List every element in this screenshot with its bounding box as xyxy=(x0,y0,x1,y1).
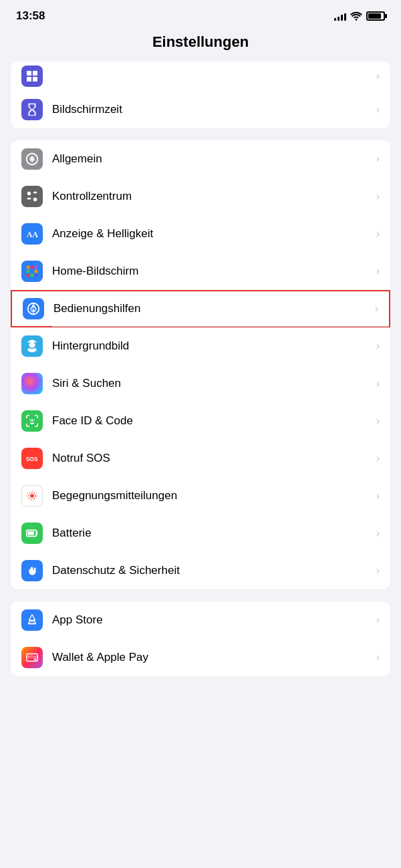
signal-icon xyxy=(334,11,346,21)
home-icon xyxy=(21,261,43,282)
notruf-icon: SOS xyxy=(21,448,43,469)
svg-rect-8 xyxy=(27,198,31,200)
chevron-icon: › xyxy=(376,228,380,240)
chevron-icon: › xyxy=(376,153,380,165)
datenschutz-label: Datenschutz & Sicherheit xyxy=(52,564,371,577)
wallet-icon xyxy=(21,647,43,668)
settings-row-home[interactable]: Home-Bildschirm › xyxy=(11,253,390,290)
svg-rect-7 xyxy=(33,192,37,194)
settings-row-partial[interactable]: › xyxy=(11,61,390,91)
chevron-icon: › xyxy=(376,340,380,352)
svg-rect-9 xyxy=(33,198,37,202)
faceid-icon xyxy=(21,410,43,432)
chevron-icon: › xyxy=(376,527,380,539)
svg-rect-14 xyxy=(27,270,30,273)
svg-rect-12 xyxy=(31,266,34,269)
chevron-icon: › xyxy=(376,614,380,626)
batterie-label: Batterie xyxy=(52,527,371,540)
group-appstore: App Store › Wallet & Apple Pay › xyxy=(11,601,390,676)
allgemein-label: Allgemein xyxy=(52,152,371,166)
siri-label: Siri & Suchen xyxy=(52,377,371,390)
datenschutz-icon xyxy=(21,560,43,581)
svg-rect-18 xyxy=(31,274,34,277)
settings-row-datenschutz[interactable]: Datenschutz & Sicherheit › xyxy=(11,552,390,589)
wallet-label: Wallet & Apple Pay xyxy=(52,651,371,664)
anzeige-icon: AA xyxy=(21,223,43,245)
allgemein-icon xyxy=(21,148,43,170)
svg-rect-11 xyxy=(27,266,30,269)
chevron-icon: › xyxy=(376,70,380,82)
svg-point-5 xyxy=(31,158,33,160)
anzeige-label: Anzeige & Helligkeit xyxy=(52,227,371,241)
status-bar: 13:58 xyxy=(0,0,401,28)
svg-rect-19 xyxy=(35,274,38,277)
home-label: Home-Bildschirm xyxy=(52,265,371,278)
bildschirmzeit-label: Bildschirmzeit xyxy=(52,103,371,116)
status-icons xyxy=(334,11,385,21)
kontrollzentrum-icon xyxy=(21,186,43,207)
svg-text:SOS: SOS xyxy=(26,456,38,462)
svg-rect-15 xyxy=(31,270,34,273)
battery-icon xyxy=(366,11,385,21)
faceid-label: Face ID & Code xyxy=(52,414,371,428)
svg-rect-29 xyxy=(28,531,34,535)
svg-rect-1 xyxy=(33,71,37,76)
settings-row-allgemein[interactable]: Allgemein › xyxy=(11,140,390,178)
settings-row-siri[interactable]: Siri & Suchen › xyxy=(11,365,390,402)
settings-row-anzeige[interactable]: AA Anzeige & Helligkeit › xyxy=(11,215,390,253)
partial-icon xyxy=(21,65,43,87)
batterie-icon xyxy=(21,523,43,544)
chevron-icon: › xyxy=(376,265,380,277)
svg-rect-2 xyxy=(27,77,31,82)
begegnung-icon xyxy=(21,485,43,507)
appstore-label: App Store xyxy=(52,613,371,627)
settings-row-batterie[interactable]: Batterie › xyxy=(11,515,390,552)
settings-row-notruf[interactable]: SOS Notruf SOS › xyxy=(11,440,390,477)
bildschirmzeit-icon xyxy=(21,99,43,120)
svg-rect-6 xyxy=(27,192,31,196)
settings-row-faceid[interactable]: Face ID & Code › xyxy=(11,402,390,440)
hintergrundbild-icon xyxy=(21,335,43,357)
svg-text:AA: AA xyxy=(27,230,39,239)
svg-rect-16 xyxy=(35,270,38,273)
siri-icon xyxy=(21,373,43,394)
chevron-icon: › xyxy=(376,104,380,116)
chevron-icon: › xyxy=(376,415,380,427)
appstore-icon xyxy=(21,609,43,631)
settings-row-appstore[interactable]: App Store › xyxy=(11,601,390,639)
settings-row-begegnung[interactable]: Begegnungsmitteilungen › xyxy=(11,477,390,515)
hintergrundbild-label: Hintergrundbild xyxy=(52,339,371,353)
group-partial: › Bildschirmzeit › xyxy=(11,61,390,128)
settings-row-bildschirmzeit[interactable]: Bildschirmzeit › xyxy=(11,91,390,128)
svg-point-25 xyxy=(30,494,34,498)
notruf-label: Notruf SOS xyxy=(52,452,371,465)
svg-rect-32 xyxy=(27,656,38,658)
chevron-icon: › xyxy=(376,190,380,202)
kontrollzentrum-label: Kontrollzentrum xyxy=(52,190,371,203)
chevron-icon: › xyxy=(375,303,378,315)
chevron-icon: › xyxy=(376,490,380,502)
bedienungshilfen-icon xyxy=(23,298,44,319)
settings-row-wallet[interactable]: Wallet & Apple Pay › xyxy=(11,639,390,676)
page-title: Einstellungen xyxy=(0,28,401,61)
begegnung-label: Begegnungsmitteilungen xyxy=(52,489,371,502)
group-main: Allgemein › Kontrollzentrum › AA Anzeige… xyxy=(11,140,390,589)
chevron-icon: › xyxy=(376,452,380,464)
settings-row-bedienungshilfen[interactable]: Bedienungshilfen › xyxy=(11,290,390,327)
svg-rect-17 xyxy=(27,274,30,277)
chevron-icon: › xyxy=(376,378,380,390)
svg-rect-13 xyxy=(35,266,38,269)
settings-row-hintergrundbild[interactable]: Hintergrundbild › xyxy=(11,327,390,365)
status-time: 13:58 xyxy=(16,9,45,23)
settings-row-kontrollzentrum[interactable]: Kontrollzentrum › xyxy=(11,178,390,215)
svg-rect-0 xyxy=(27,71,31,76)
chevron-icon: › xyxy=(376,652,380,664)
svg-rect-3 xyxy=(33,77,37,82)
bedienungshilfen-label: Bedienungshilfen xyxy=(53,302,370,315)
chevron-icon: › xyxy=(376,565,380,577)
svg-point-33 xyxy=(34,658,37,661)
wifi-icon xyxy=(350,11,362,21)
